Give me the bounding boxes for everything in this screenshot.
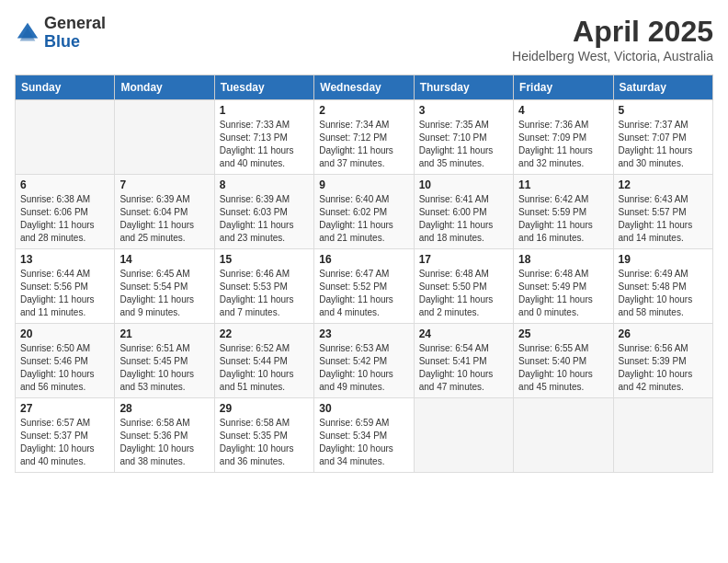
- day-detail: Sunrise: 6:38 AM Sunset: 6:06 PM Dayligh…: [20, 193, 109, 245]
- calendar-week-row: 6Sunrise: 6:38 AM Sunset: 6:06 PM Daylig…: [16, 175, 713, 249]
- day-number: 29: [220, 402, 309, 415]
- day-number: 25: [518, 327, 608, 340]
- calendar-cell: [16, 100, 115, 175]
- calendar-week-row: 1Sunrise: 7:33 AM Sunset: 7:13 PM Daylig…: [16, 100, 713, 175]
- calendar-week-row: 20Sunrise: 6:50 AM Sunset: 5:46 PM Dayli…: [16, 324, 713, 398]
- day-header: Tuesday: [214, 75, 313, 100]
- day-detail: Sunrise: 6:49 AM Sunset: 5:48 PM Dayligh…: [619, 268, 708, 319]
- calendar-cell: 15Sunrise: 6:46 AM Sunset: 5:53 PM Dayli…: [214, 249, 313, 324]
- day-number: 26: [619, 327, 708, 340]
- calendar-cell: 12Sunrise: 6:43 AM Sunset: 5:57 PM Dayli…: [613, 175, 712, 249]
- day-number: 12: [619, 178, 708, 191]
- calendar-cell: 14Sunrise: 6:45 AM Sunset: 5:54 PM Dayli…: [115, 249, 214, 324]
- logo-blue: Blue: [44, 32, 80, 51]
- calendar-cell: 17Sunrise: 6:48 AM Sunset: 5:50 PM Dayli…: [414, 249, 513, 324]
- day-header: Sunday: [16, 75, 115, 100]
- day-number: 13: [20, 253, 109, 266]
- day-detail: Sunrise: 7:33 AM Sunset: 7:13 PM Dayligh…: [220, 119, 309, 170]
- day-number: 18: [518, 253, 608, 266]
- calendar-cell: 2Sunrise: 7:34 AM Sunset: 7:12 PM Daylig…: [314, 100, 414, 175]
- day-detail: Sunrise: 6:50 AM Sunset: 5:46 PM Dayligh…: [20, 342, 109, 394]
- day-detail: Sunrise: 7:36 AM Sunset: 7:09 PM Dayligh…: [518, 119, 608, 170]
- day-header: Friday: [514, 75, 613, 100]
- day-number: 8: [220, 178, 309, 191]
- calendar-cell: 29Sunrise: 6:58 AM Sunset: 5:35 PM Dayli…: [214, 398, 313, 473]
- calendar-cell: 20Sunrise: 6:50 AM Sunset: 5:46 PM Dayli…: [16, 324, 115, 398]
- calendar-cell: 18Sunrise: 6:48 AM Sunset: 5:49 PM Dayli…: [514, 249, 613, 324]
- day-detail: Sunrise: 6:59 AM Sunset: 5:34 PM Dayligh…: [319, 417, 408, 468]
- day-number: 5: [619, 104, 708, 117]
- logo-general: General: [44, 14, 106, 32]
- day-detail: Sunrise: 6:47 AM Sunset: 5:52 PM Dayligh…: [319, 268, 408, 319]
- calendar-cell: 24Sunrise: 6:54 AM Sunset: 5:41 PM Dayli…: [414, 324, 513, 398]
- day-detail: Sunrise: 6:41 AM Sunset: 6:00 PM Dayligh…: [419, 193, 508, 245]
- calendar-cell: 25Sunrise: 6:55 AM Sunset: 5:40 PM Dayli…: [514, 324, 613, 398]
- calendar-cell: 19Sunrise: 6:49 AM Sunset: 5:48 PM Dayli…: [613, 249, 712, 324]
- day-header: Saturday: [613, 75, 712, 100]
- day-number: 1: [220, 104, 309, 117]
- day-detail: Sunrise: 6:52 AM Sunset: 5:44 PM Dayligh…: [220, 342, 309, 394]
- day-detail: Sunrise: 6:43 AM Sunset: 5:57 PM Dayligh…: [619, 193, 708, 245]
- day-detail: Sunrise: 6:57 AM Sunset: 5:37 PM Dayligh…: [20, 417, 109, 468]
- title-block: April 2025 Heidelberg West, Victoria, Au…: [512, 15, 713, 63]
- calendar-cell: 13Sunrise: 6:44 AM Sunset: 5:56 PM Dayli…: [16, 249, 115, 324]
- calendar-cell: 9Sunrise: 6:40 AM Sunset: 6:02 PM Daylig…: [314, 175, 414, 249]
- day-detail: Sunrise: 6:58 AM Sunset: 5:35 PM Dayligh…: [220, 417, 309, 468]
- calendar-week-row: 27Sunrise: 6:57 AM Sunset: 5:37 PM Dayli…: [16, 398, 713, 473]
- day-detail: Sunrise: 6:48 AM Sunset: 5:50 PM Dayligh…: [419, 268, 508, 319]
- page-header: General Blue April 2025 Heidelberg West,…: [15, 15, 713, 63]
- calendar-cell: [514, 398, 613, 473]
- day-header: Monday: [115, 75, 214, 100]
- calendar-cell: [613, 398, 712, 473]
- calendar-cell: 27Sunrise: 6:57 AM Sunset: 5:37 PM Dayli…: [16, 398, 115, 473]
- day-number: 16: [319, 253, 408, 266]
- day-detail: Sunrise: 6:46 AM Sunset: 5:53 PM Dayligh…: [220, 268, 309, 319]
- calendar-cell: 6Sunrise: 6:38 AM Sunset: 6:06 PM Daylig…: [16, 175, 115, 249]
- day-number: 2: [319, 104, 408, 117]
- calendar-cell: 4Sunrise: 7:36 AM Sunset: 7:09 PM Daylig…: [514, 100, 613, 175]
- day-number: 10: [419, 178, 508, 191]
- calendar-cell: 30Sunrise: 6:59 AM Sunset: 5:34 PM Dayli…: [314, 398, 414, 473]
- day-detail: Sunrise: 6:53 AM Sunset: 5:42 PM Dayligh…: [319, 342, 408, 394]
- main-title: April 2025: [512, 15, 713, 49]
- calendar-cell: 3Sunrise: 7:35 AM Sunset: 7:10 PM Daylig…: [414, 100, 513, 175]
- day-number: 4: [518, 104, 608, 117]
- day-number: 7: [119, 178, 209, 191]
- logo: General Blue: [15, 15, 106, 52]
- calendar-cell: 1Sunrise: 7:33 AM Sunset: 7:13 PM Daylig…: [214, 100, 313, 175]
- day-number: 28: [119, 402, 209, 415]
- day-detail: Sunrise: 6:44 AM Sunset: 5:56 PM Dayligh…: [20, 268, 109, 319]
- day-number: 9: [319, 178, 408, 191]
- day-header: Wednesday: [314, 75, 414, 100]
- day-detail: Sunrise: 6:48 AM Sunset: 5:49 PM Dayligh…: [518, 268, 608, 319]
- day-detail: Sunrise: 6:56 AM Sunset: 5:39 PM Dayligh…: [619, 342, 708, 394]
- calendar-cell: 22Sunrise: 6:52 AM Sunset: 5:44 PM Dayli…: [214, 324, 313, 398]
- calendar-cell: 7Sunrise: 6:39 AM Sunset: 6:04 PM Daylig…: [115, 175, 214, 249]
- day-detail: Sunrise: 7:34 AM Sunset: 7:12 PM Dayligh…: [319, 119, 408, 170]
- day-number: 3: [419, 104, 508, 117]
- day-detail: Sunrise: 6:55 AM Sunset: 5:40 PM Dayligh…: [518, 342, 608, 394]
- calendar-week-row: 13Sunrise: 6:44 AM Sunset: 5:56 PM Dayli…: [16, 249, 713, 324]
- day-detail: Sunrise: 6:54 AM Sunset: 5:41 PM Dayligh…: [419, 342, 508, 394]
- day-number: 23: [319, 327, 408, 340]
- calendar-cell: 23Sunrise: 6:53 AM Sunset: 5:42 PM Dayli…: [314, 324, 414, 398]
- day-detail: Sunrise: 6:45 AM Sunset: 5:54 PM Dayligh…: [119, 268, 209, 319]
- logo-text: General Blue: [44, 15, 106, 52]
- calendar-cell: 16Sunrise: 6:47 AM Sunset: 5:52 PM Dayli…: [314, 249, 414, 324]
- day-detail: Sunrise: 7:37 AM Sunset: 7:07 PM Dayligh…: [619, 119, 708, 170]
- day-number: 15: [220, 253, 309, 266]
- day-header: Thursday: [414, 75, 513, 100]
- day-detail: Sunrise: 6:40 AM Sunset: 6:02 PM Dayligh…: [319, 193, 408, 245]
- logo-icon: [15, 20, 40, 46]
- calendar-cell: 26Sunrise: 6:56 AM Sunset: 5:39 PM Dayli…: [613, 324, 712, 398]
- day-number: 30: [319, 402, 408, 415]
- day-number: 27: [20, 402, 109, 415]
- calendar-cell: 28Sunrise: 6:58 AM Sunset: 5:36 PM Dayli…: [115, 398, 214, 473]
- calendar-cell: 5Sunrise: 7:37 AM Sunset: 7:07 PM Daylig…: [613, 100, 712, 175]
- day-number: 6: [20, 178, 109, 191]
- calendar-table: SundayMondayTuesdayWednesdayThursdayFrid…: [15, 75, 713, 473]
- calendar-cell: 8Sunrise: 6:39 AM Sunset: 6:03 PM Daylig…: [214, 175, 313, 249]
- day-number: 21: [119, 327, 209, 340]
- day-detail: Sunrise: 6:42 AM Sunset: 5:59 PM Dayligh…: [518, 193, 608, 245]
- day-detail: Sunrise: 7:35 AM Sunset: 7:10 PM Dayligh…: [419, 119, 508, 170]
